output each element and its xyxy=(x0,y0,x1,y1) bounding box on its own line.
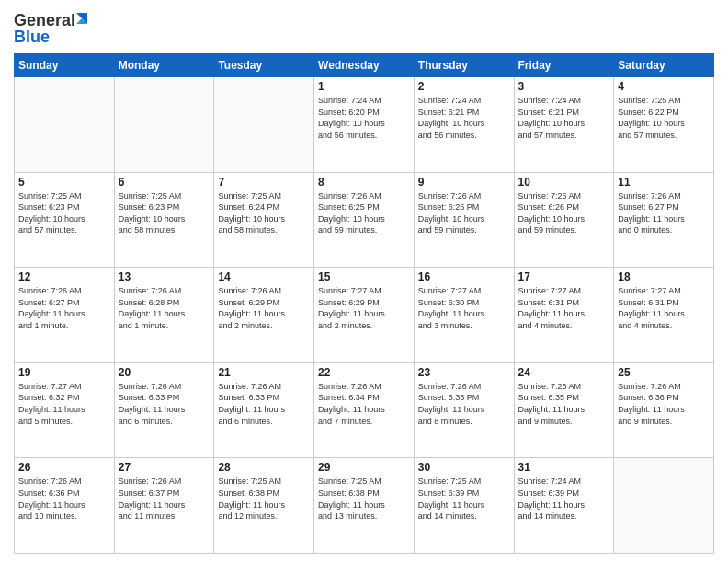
calendar-cell: 13Sunrise: 7:26 AM Sunset: 6:28 PM Dayli… xyxy=(114,268,214,363)
day-number: 31 xyxy=(518,461,610,474)
day-info: Sunrise: 7:24 AM Sunset: 6:20 PM Dayligh… xyxy=(318,95,410,141)
svg-text:General: General xyxy=(14,11,75,29)
day-info: Sunrise: 7:25 AM Sunset: 6:38 PM Dayligh… xyxy=(318,476,410,522)
calendar-cell: 29Sunrise: 7:25 AM Sunset: 6:38 PM Dayli… xyxy=(314,458,415,554)
calendar-cell: 20Sunrise: 7:26 AM Sunset: 6:33 PM Dayli… xyxy=(114,362,214,458)
weekday-header-tuesday: Tuesday xyxy=(214,54,314,77)
calendar-cell: 16Sunrise: 7:27 AM Sunset: 6:30 PM Dayli… xyxy=(414,268,514,363)
calendar-cell xyxy=(214,77,314,173)
calendar-cell: 8Sunrise: 7:26 AM Sunset: 6:25 PM Daylig… xyxy=(314,172,415,268)
header: General Blue xyxy=(14,9,714,46)
day-number: 8 xyxy=(318,176,410,189)
day-info: Sunrise: 7:27 AM Sunset: 6:30 PM Dayligh… xyxy=(418,285,510,331)
day-number: 22 xyxy=(318,366,410,379)
calendar-cell: 2Sunrise: 7:24 AM Sunset: 6:21 PM Daylig… xyxy=(414,77,514,173)
calendar-cell: 5Sunrise: 7:25 AM Sunset: 6:23 PM Daylig… xyxy=(15,172,115,268)
calendar-cell xyxy=(614,458,714,554)
calendar-cell: 24Sunrise: 7:26 AM Sunset: 6:35 PM Dayli… xyxy=(514,362,614,458)
day-number: 24 xyxy=(518,366,610,379)
calendar-cell: 17Sunrise: 7:27 AM Sunset: 6:31 PM Dayli… xyxy=(514,268,614,363)
day-info: Sunrise: 7:24 AM Sunset: 6:21 PM Dayligh… xyxy=(518,95,610,141)
calendar-cell xyxy=(114,77,214,173)
day-info: Sunrise: 7:27 AM Sunset: 6:31 PM Dayligh… xyxy=(618,285,710,331)
logo: General Blue xyxy=(14,9,97,46)
day-info: Sunrise: 7:25 AM Sunset: 6:24 PM Dayligh… xyxy=(218,190,310,236)
day-info: Sunrise: 7:26 AM Sunset: 6:25 PM Dayligh… xyxy=(318,190,410,236)
day-info: Sunrise: 7:26 AM Sunset: 6:28 PM Dayligh… xyxy=(119,285,210,331)
calendar-week-3: 19Sunrise: 7:27 AM Sunset: 6:32 PM Dayli… xyxy=(15,362,714,458)
day-info: Sunrise: 7:26 AM Sunset: 6:33 PM Dayligh… xyxy=(119,381,210,427)
day-number: 6 xyxy=(119,176,210,189)
calendar-cell: 9Sunrise: 7:26 AM Sunset: 6:25 PM Daylig… xyxy=(414,172,514,268)
day-info: Sunrise: 7:24 AM Sunset: 6:39 PM Dayligh… xyxy=(518,476,610,522)
weekday-header-sunday: Sunday xyxy=(15,54,115,77)
calendar-cell: 27Sunrise: 7:26 AM Sunset: 6:37 PM Dayli… xyxy=(114,458,214,554)
day-number: 20 xyxy=(119,366,210,379)
calendar-table: SundayMondayTuesdayWednesdayThursdayFrid… xyxy=(14,53,714,554)
day-info: Sunrise: 7:26 AM Sunset: 6:27 PM Dayligh… xyxy=(618,190,710,236)
day-info: Sunrise: 7:26 AM Sunset: 6:29 PM Dayligh… xyxy=(218,285,310,331)
day-number: 27 xyxy=(119,461,210,474)
weekday-header-thursday: Thursday xyxy=(414,54,514,77)
calendar-cell: 26Sunrise: 7:26 AM Sunset: 6:36 PM Dayli… xyxy=(15,458,115,554)
calendar-cell: 7Sunrise: 7:25 AM Sunset: 6:24 PM Daylig… xyxy=(214,172,314,268)
calendar-cell: 18Sunrise: 7:27 AM Sunset: 6:31 PM Dayli… xyxy=(614,268,714,363)
calendar-cell: 12Sunrise: 7:26 AM Sunset: 6:27 PM Dayli… xyxy=(15,268,115,363)
calendar-cell: 11Sunrise: 7:26 AM Sunset: 6:27 PM Dayli… xyxy=(614,172,714,268)
day-number: 14 xyxy=(218,270,310,283)
calendar-cell: 25Sunrise: 7:26 AM Sunset: 6:36 PM Dayli… xyxy=(614,362,714,458)
weekday-header-friday: Friday xyxy=(514,54,614,77)
day-number: 16 xyxy=(418,270,510,283)
day-info: Sunrise: 7:24 AM Sunset: 6:21 PM Dayligh… xyxy=(418,95,510,141)
day-info: Sunrise: 7:26 AM Sunset: 6:37 PM Dayligh… xyxy=(119,476,210,522)
day-info: Sunrise: 7:27 AM Sunset: 6:29 PM Dayligh… xyxy=(318,285,410,331)
calendar-cell: 23Sunrise: 7:26 AM Sunset: 6:35 PM Dayli… xyxy=(414,362,514,458)
calendar-cell: 3Sunrise: 7:24 AM Sunset: 6:21 PM Daylig… xyxy=(514,77,614,173)
weekday-header-wednesday: Wednesday xyxy=(314,54,415,77)
calendar-week-0: 1Sunrise: 7:24 AM Sunset: 6:20 PM Daylig… xyxy=(15,77,714,173)
logo-icon: General Blue xyxy=(14,9,97,46)
day-number: 30 xyxy=(418,461,510,474)
weekday-header-monday: Monday xyxy=(114,54,214,77)
day-info: Sunrise: 7:27 AM Sunset: 6:31 PM Dayligh… xyxy=(518,285,610,331)
day-number: 17 xyxy=(518,270,610,283)
day-number: 9 xyxy=(418,176,510,189)
calendar-cell: 14Sunrise: 7:26 AM Sunset: 6:29 PM Dayli… xyxy=(214,268,314,363)
calendar-cell: 6Sunrise: 7:25 AM Sunset: 6:23 PM Daylig… xyxy=(114,172,214,268)
day-number: 19 xyxy=(18,366,110,379)
day-info: Sunrise: 7:25 AM Sunset: 6:38 PM Dayligh… xyxy=(218,476,310,522)
day-info: Sunrise: 7:26 AM Sunset: 6:25 PM Dayligh… xyxy=(418,190,510,236)
day-number: 2 xyxy=(418,80,510,93)
day-number: 15 xyxy=(318,270,410,283)
day-number: 23 xyxy=(418,366,510,379)
weekday-header-saturday: Saturday xyxy=(614,54,714,77)
day-info: Sunrise: 7:26 AM Sunset: 6:34 PM Dayligh… xyxy=(318,381,410,427)
day-number: 1 xyxy=(318,80,410,93)
calendar-cell: 4Sunrise: 7:25 AM Sunset: 6:22 PM Daylig… xyxy=(614,77,714,173)
calendar-cell: 15Sunrise: 7:27 AM Sunset: 6:29 PM Dayli… xyxy=(314,268,415,363)
calendar-cell: 22Sunrise: 7:26 AM Sunset: 6:34 PM Dayli… xyxy=(314,362,415,458)
day-number: 21 xyxy=(218,366,310,379)
day-number: 4 xyxy=(618,80,710,93)
day-number: 29 xyxy=(318,461,410,474)
day-number: 18 xyxy=(618,270,710,283)
day-info: Sunrise: 7:26 AM Sunset: 6:26 PM Dayligh… xyxy=(518,190,610,236)
day-info: Sunrise: 7:26 AM Sunset: 6:36 PM Dayligh… xyxy=(18,476,110,522)
svg-text:Blue: Blue xyxy=(14,28,50,46)
day-number: 12 xyxy=(18,270,110,283)
day-info: Sunrise: 7:26 AM Sunset: 6:33 PM Dayligh… xyxy=(218,381,310,427)
day-info: Sunrise: 7:27 AM Sunset: 6:32 PM Dayligh… xyxy=(18,381,110,427)
day-info: Sunrise: 7:26 AM Sunset: 6:35 PM Dayligh… xyxy=(418,381,510,427)
day-number: 13 xyxy=(119,270,210,283)
day-info: Sunrise: 7:25 AM Sunset: 6:39 PM Dayligh… xyxy=(418,476,510,522)
calendar-cell: 28Sunrise: 7:25 AM Sunset: 6:38 PM Dayli… xyxy=(214,458,314,554)
day-info: Sunrise: 7:26 AM Sunset: 6:36 PM Dayligh… xyxy=(618,381,710,427)
calendar-cell: 10Sunrise: 7:26 AM Sunset: 6:26 PM Dayli… xyxy=(514,172,614,268)
calendar-cell: 21Sunrise: 7:26 AM Sunset: 6:33 PM Dayli… xyxy=(214,362,314,458)
day-number: 3 xyxy=(518,80,610,93)
calendar-week-1: 5Sunrise: 7:25 AM Sunset: 6:23 PM Daylig… xyxy=(15,172,714,268)
day-number: 25 xyxy=(618,366,710,379)
day-number: 7 xyxy=(218,176,310,189)
day-number: 28 xyxy=(218,461,310,474)
page: General Blue SundayMondayTuesdayWednesda… xyxy=(0,0,728,563)
